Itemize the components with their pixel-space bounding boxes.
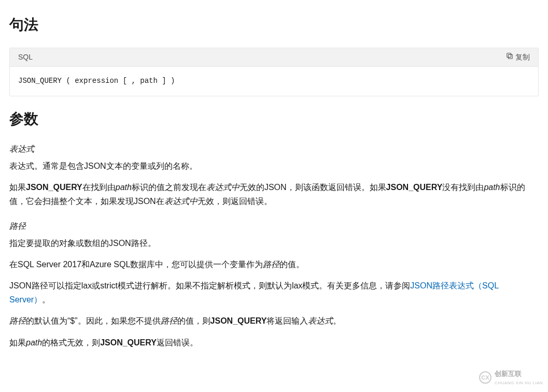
text: 返回错误。 <box>157 338 198 347</box>
text: 的值。 <box>279 260 304 269</box>
expression-italic: 表达式中 <box>206 183 240 192</box>
json-query-bold: JSON_QUERY <box>210 316 267 325</box>
param-path-default-note: 路径的默认值为“$”。因此，如果您不提供路径的值，则JSON_QUERY将返回输… <box>9 314 539 328</box>
text: 标识的值之前发现在 <box>132 183 206 192</box>
svg-rect-1 <box>507 53 511 57</box>
text: 如果 <box>9 183 26 192</box>
syntax-heading: 句法 <box>9 12 539 37</box>
svg-rect-0 <box>508 54 512 59</box>
json-query-bold: JSON_QUERY <box>100 338 157 347</box>
text: 将返回输入 <box>266 316 308 325</box>
text: 。 <box>42 295 50 304</box>
param-path-label: 路径 <box>9 219 539 233</box>
text: 如果 <box>9 338 26 347</box>
param-path-desc: 指定要提取的对象或数组的JSON路径。 <box>9 236 539 250</box>
text: 无效，则返回错误。 <box>198 197 272 206</box>
expression-italic: 表达式 <box>308 316 333 325</box>
param-expression-note: 如果JSON_QUERY在找到由path标识的值之前发现在表达式中无效的JSON… <box>9 180 539 208</box>
code-header: SQL 复制 <box>10 48 538 67</box>
path-italic: 路径 <box>161 316 177 325</box>
path-italic: path <box>116 183 132 192</box>
text: 在找到由 <box>82 183 116 192</box>
copy-button[interactable]: 复制 <box>506 51 530 64</box>
copy-label: 复制 <box>515 51 530 64</box>
param-expression-label-text: 表达式 <box>9 144 34 153</box>
json-query-bold: JSON_QUERY <box>386 183 443 192</box>
json-query-bold: JSON_QUERY <box>26 183 82 192</box>
copy-icon <box>506 51 513 64</box>
path-italic: path <box>26 338 42 347</box>
text: 的默认值为“$”。因此，如果您不提供 <box>26 316 161 325</box>
param-path-label-text: 路径 <box>9 222 26 230</box>
code-block: SQL 复制 JSON_QUERY ( expression [ , path … <box>9 48 539 97</box>
code-content: JSON_QUERY ( expression [ , path ] ) <box>10 67 538 96</box>
text: 的格式无效，则 <box>42 338 100 347</box>
text: 在SQL Server 2017和Azure SQL数据库中，您可以提供一个变量… <box>9 260 263 269</box>
param-expression-desc: 表达式。通常是包含JSON文本的变量或列的名称。 <box>9 159 539 173</box>
param-path-variable-note: 在SQL Server 2017和Azure SQL数据库中，您可以提供一个变量… <box>9 257 539 271</box>
expression-italic: 表达式中 <box>164 197 198 206</box>
param-path-invalid-note: 如果path的格式无效，则JSON_QUERY返回错误。 <box>9 336 539 350</box>
path-italic: 路径 <box>9 316 26 325</box>
parameters-heading: 参数 <box>9 107 539 132</box>
text: 的值，则 <box>177 316 210 325</box>
text: 。 <box>333 316 341 325</box>
text: 没有找到由 <box>442 183 484 192</box>
param-path-mode-note: JSON路径可以指定lax或strict模式进行解析。如果不指定解析模式，则默认… <box>9 279 539 307</box>
path-italic: 路径 <box>263 260 279 269</box>
text: JSON路径可以指定lax或strict模式进行解析。如果不指定解析模式，则默认… <box>9 281 410 290</box>
text: 无效的JSON，则该函数返回错误。如果 <box>240 183 386 192</box>
param-expression-label: 表达式 <box>9 142 539 156</box>
code-language-label: SQL <box>18 51 33 64</box>
path-italic: path <box>484 183 500 192</box>
